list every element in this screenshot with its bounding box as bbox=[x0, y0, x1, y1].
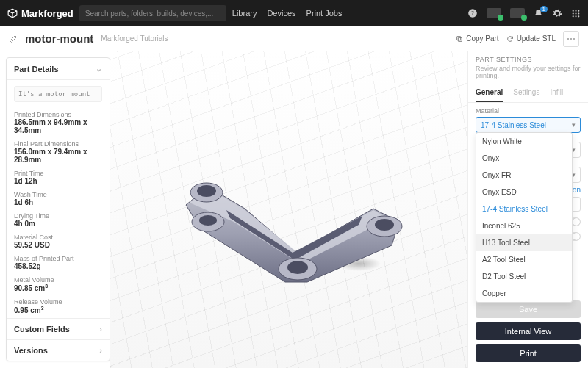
left-panel: Part Details ⌄ It's a motor mount Printe… bbox=[0, 51, 110, 368]
stat-label: Print Time bbox=[14, 170, 102, 177]
stat-row: Mass of Printed Part458.52g bbox=[7, 252, 110, 273]
material-select[interactable]: 17-4 Stainless Steel ▾ bbox=[476, 117, 581, 133]
notifications-icon[interactable]: 1 bbox=[534, 9, 543, 18]
tab-settings[interactable]: Settings bbox=[513, 84, 539, 102]
svg-point-4 bbox=[573, 10, 574, 11]
copy-icon bbox=[456, 35, 463, 43]
internal-view-button[interactable]: Internal View bbox=[476, 322, 581, 340]
chevron-down-icon: ▾ bbox=[572, 121, 576, 129]
svg-point-8 bbox=[575, 12, 576, 14]
part-details-header[interactable]: Part Details ⌄ bbox=[7, 58, 110, 80]
more-actions-button[interactable]: ⋯ bbox=[563, 31, 579, 47]
breadcrumb-bar: motor-mount Markforged Tutorials Copy Pa… bbox=[0, 26, 588, 51]
stat-value: 458.52g bbox=[14, 262, 102, 270]
nav-library[interactable]: Library bbox=[232, 9, 257, 18]
stat-row: Wash Time1d 6h bbox=[7, 188, 110, 209]
apps-icon[interactable] bbox=[571, 9, 581, 18]
chevron-down-icon: ⌄ bbox=[96, 64, 102, 73]
svg-point-12 bbox=[578, 15, 579, 17]
copy-part-button[interactable]: Copy Part bbox=[456, 35, 498, 43]
stat-label: Metal Volume bbox=[14, 276, 102, 284]
material-option[interactable]: A2 Tool Steel bbox=[476, 251, 572, 268]
svg-point-9 bbox=[578, 12, 579, 14]
svg-point-21 bbox=[287, 261, 308, 274]
main-content: Part Details ⌄ It's a motor mount Printe… bbox=[0, 51, 588, 368]
material-option[interactable]: Onyx FR bbox=[476, 167, 572, 184]
material-option[interactable]: Onyx bbox=[476, 150, 572, 167]
svg-point-7 bbox=[573, 12, 574, 14]
edit-title-icon[interactable] bbox=[9, 35, 18, 43]
material-option[interactable]: 17-4 Stainless Steel bbox=[476, 201, 572, 217]
part-settings-title: PART SETTINGS bbox=[468, 51, 588, 65]
part-description[interactable]: It's a motor mount bbox=[14, 86, 102, 102]
versions-section[interactable]: Versions › bbox=[7, 339, 110, 361]
stat-label: Final Part Dimensions bbox=[14, 140, 102, 148]
svg-rect-13 bbox=[458, 37, 462, 41]
svg-point-5 bbox=[575, 10, 576, 11]
print-button[interactable]: Print bbox=[476, 344, 581, 362]
brand-text: Markforged bbox=[21, 8, 74, 19]
material-label: Material bbox=[476, 107, 581, 115]
part-settings-subtitle: Review and modify your settings for prin… bbox=[468, 65, 588, 84]
material-option[interactable]: D2 Tool Steel bbox=[476, 268, 572, 285]
stat-label: Mass of Printed Part bbox=[14, 255, 102, 262]
material-dropdown: Nylon WhiteOnyxOnyx FROnyx ESD17-4 Stain… bbox=[476, 132, 573, 303]
stat-label: Material Cost bbox=[14, 234, 102, 241]
svg-point-17 bbox=[197, 185, 216, 197]
svg-point-10 bbox=[573, 15, 574, 17]
stat-row: Print Time1d 12h bbox=[7, 167, 110, 188]
stat-row: Release Volume0.95 cm3 bbox=[7, 295, 110, 317]
save-button[interactable]: Save bbox=[476, 300, 581, 318]
search-placeholder: Search parts, folders, builds, devices,.… bbox=[85, 10, 214, 18]
update-stl-button[interactable]: Update STL bbox=[506, 35, 556, 43]
svg-point-19 bbox=[199, 215, 217, 226]
markforged-logo-icon bbox=[7, 8, 18, 18]
tab-infill[interactable]: Infill bbox=[550, 84, 563, 102]
stat-row: Printed Dimensions186.5mm x 94.9mm x 34.… bbox=[7, 108, 110, 137]
stat-value: 59.52 USD bbox=[14, 241, 102, 249]
material-option[interactable]: Onyx ESD bbox=[476, 184, 572, 201]
part-details-card: Part Details ⌄ It's a motor mount Printe… bbox=[6, 57, 110, 361]
chevron-right-icon: › bbox=[99, 325, 102, 333]
brand-logo[interactable]: Markforged bbox=[7, 8, 74, 19]
stat-row: Material Cost59.52 USD bbox=[7, 231, 110, 252]
3d-viewport[interactable] bbox=[110, 51, 467, 368]
stat-label: Wash Time bbox=[14, 191, 102, 198]
gear-icon[interactable] bbox=[552, 8, 562, 18]
material-option[interactable]: Inconel 625 bbox=[476, 217, 572, 234]
svg-point-6 bbox=[578, 10, 579, 11]
custom-fields-section[interactable]: Custom Fields › bbox=[7, 318, 110, 339]
global-search-input[interactable]: Search parts, folders, builds, devices,.… bbox=[79, 5, 226, 21]
stat-label: Release Volume bbox=[14, 298, 102, 306]
top-right-icons: ? 1 bbox=[467, 8, 581, 18]
help-icon[interactable]: ? bbox=[467, 8, 478, 18]
top-navbar: Markforged Search parts, folders, builds… bbox=[0, 0, 588, 26]
nav-devices[interactable]: Devices bbox=[267, 9, 295, 18]
material-field: Material 17-4 Stainless Steel ▾ Nylon Wh… bbox=[468, 103, 588, 137]
stat-value: 90.85 cm3 bbox=[14, 284, 102, 292]
settings-tabs: General Settings Infill bbox=[468, 84, 588, 103]
stat-value: 156.0mm x 79.4mm x 28.9mm bbox=[14, 148, 102, 164]
material-option[interactable]: Nylon White bbox=[476, 133, 572, 150]
refresh-icon bbox=[506, 35, 514, 43]
svg-rect-14 bbox=[457, 36, 461, 40]
printer-status-icon-2[interactable] bbox=[510, 8, 525, 18]
right-panel: PART SETTINGS Review and modify your set… bbox=[467, 51, 588, 368]
tab-general[interactable]: General bbox=[476, 84, 503, 102]
part-model[interactable] bbox=[157, 135, 421, 297]
material-option[interactable]: H13 Tool Steel bbox=[476, 234, 572, 251]
svg-point-23 bbox=[375, 219, 394, 231]
chevron-right-icon: › bbox=[99, 346, 102, 355]
nav-print-jobs[interactable]: Print Jobs bbox=[306, 9, 343, 18]
stat-label: Printed Dimensions bbox=[14, 111, 102, 118]
svg-text:?: ? bbox=[471, 10, 474, 15]
right-panel-actions: Save Internal View Print bbox=[468, 295, 588, 368]
stat-value: 1d 6h bbox=[14, 198, 102, 206]
printer-status-icon-1[interactable] bbox=[487, 8, 501, 18]
folder-name[interactable]: Markforged Tutorials bbox=[101, 35, 168, 43]
stat-label: Drying Time bbox=[14, 212, 102, 220]
notification-badge: 1 bbox=[540, 6, 548, 12]
stat-value: 0.95 cm3 bbox=[14, 306, 102, 314]
top-nav-links: Library Devices Print Jobs bbox=[232, 9, 343, 18]
material-option[interactable]: Copper bbox=[476, 285, 572, 302]
